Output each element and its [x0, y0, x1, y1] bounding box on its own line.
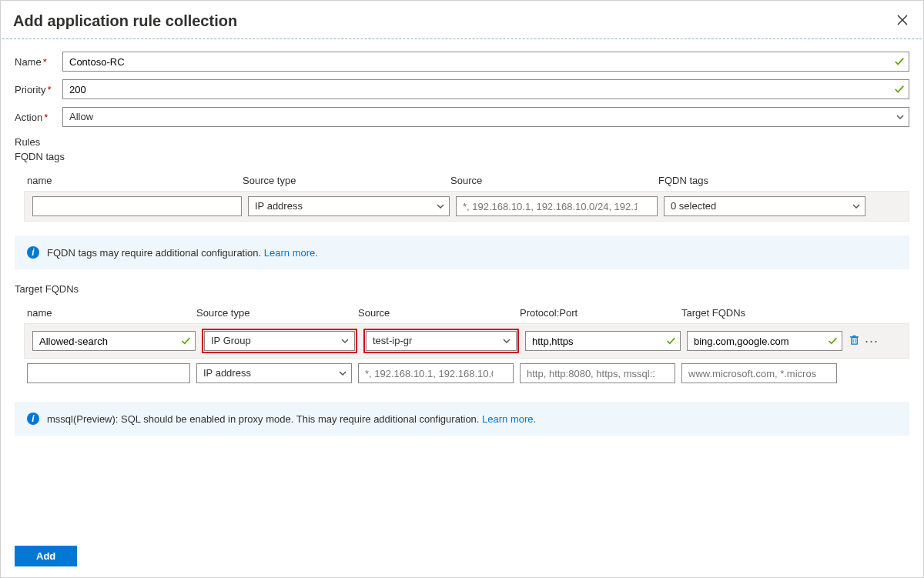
fqdn-tags-heading: FQDN tags: [15, 151, 909, 162]
fqdn-info-box: i FQDN tags may require additional confi…: [15, 236, 909, 269]
col-fqdn-tags: FQDN tags: [655, 175, 863, 186]
fqdn-name-input[interactable]: [32, 196, 242, 216]
more-icon[interactable]: ···: [865, 334, 879, 348]
target-source-input[interactable]: [358, 363, 514, 383]
target-source-select[interactable]: test-ip-gr: [366, 331, 517, 351]
col-name: name: [24, 175, 239, 186]
target-fqdns-input[interactable]: [681, 363, 837, 383]
priority-input[interactable]: [62, 79, 909, 99]
col-source-type: Source type: [193, 307, 355, 319]
learn-more-link[interactable]: Learn more.: [264, 247, 318, 259]
col-source-type: Source type: [239, 175, 447, 186]
action-select[interactable]: Allow: [62, 107, 909, 127]
col-protocol: Protocol:Port: [517, 307, 678, 319]
target-protocol-input[interactable]: [520, 363, 675, 383]
info-text: FQDN tags may require additional configu…: [47, 247, 264, 259]
name-label: Name*: [15, 56, 62, 68]
target-row: IP Group test-ip-gr: [24, 323, 909, 359]
fqdn-tags-select[interactable]: 0 selected: [664, 196, 865, 216]
col-target-fqdns: Target FQDNs: [678, 307, 840, 319]
fqdn-source-type-select[interactable]: IP address: [248, 196, 450, 216]
delete-icon[interactable]: [849, 334, 860, 348]
target-fqdns-heading: Target FQDNs: [15, 283, 909, 295]
name-input[interactable]: [62, 52, 909, 72]
target-protocol-input[interactable]: [525, 331, 681, 351]
fqdn-source-input[interactable]: [456, 196, 658, 216]
info-text: mssql(Preview): SQL should be enabled in…: [47, 413, 482, 425]
svg-rect-2: [852, 338, 858, 344]
target-info-box: i mssql(Preview): SQL should be enabled …: [15, 402, 909, 436]
fqdn-row: IP address 0 selected: [24, 191, 909, 222]
col-source: Source: [355, 307, 517, 319]
learn-more-link[interactable]: Learn more.: [482, 413, 536, 425]
panel-title: Add application rule collection: [13, 12, 237, 30]
target-source-type-select[interactable]: IP address: [196, 363, 352, 383]
target-row: IP address: [24, 359, 909, 388]
rules-heading: Rules: [15, 136, 909, 148]
info-icon: i: [27, 246, 39, 259]
action-label: Action*: [15, 112, 62, 123]
target-fqdns-input[interactable]: [687, 331, 842, 351]
add-button[interactable]: Add: [15, 546, 77, 566]
info-icon: i: [27, 413, 39, 425]
close-icon[interactable]: [894, 10, 911, 32]
target-name-input[interactable]: [32, 331, 196, 351]
col-name: name: [24, 307, 193, 319]
target-source-type-select[interactable]: IP Group: [204, 331, 355, 351]
col-source: Source: [447, 175, 655, 186]
target-name-input[interactable]: [27, 363, 190, 383]
priority-label: Priority*: [15, 84, 62, 95]
